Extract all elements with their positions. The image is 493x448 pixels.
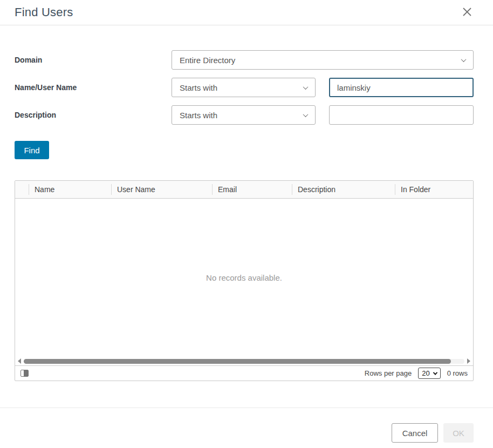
rows-per-page-label: Rows per page: [365, 369, 412, 377]
dialog-actions: Cancel OK: [0, 408, 493, 443]
rows-per-page-value: 20: [422, 369, 429, 377]
name-search-input[interactable]: [329, 78, 474, 97]
column-header-in-folder[interactable]: In Folder: [395, 181, 473, 198]
column-header-email[interactable]: Email: [212, 181, 292, 198]
description-operator-select[interactable]: Starts with: [172, 105, 316, 125]
domain-select[interactable]: Entire Directory: [172, 50, 474, 70]
column-header-user-name[interactable]: User Name: [111, 181, 212, 198]
page-title: Find Users: [15, 5, 73, 19]
chevron-down-icon: [433, 370, 437, 375]
dialog-header: Find Users: [0, 0, 493, 25]
scrollbar-track[interactable]: [24, 359, 464, 364]
scroll-left-icon[interactable]: [18, 358, 21, 364]
description-row: Description Starts with: [15, 105, 474, 125]
empty-placeholder: No records available.: [206, 273, 282, 282]
column-header-name[interactable]: Name: [29, 181, 111, 198]
description-search-input[interactable]: [329, 105, 474, 125]
description-label: Description: [15, 111, 172, 119]
results-datagrid: Name User Name Email Description In Fold…: [15, 180, 474, 381]
cancel-button[interactable]: Cancel: [392, 423, 438, 443]
name-row: Name/User Name Starts with: [15, 78, 474, 97]
domain-select-value: Entire Directory: [180, 56, 235, 65]
dialog-content: Domain Entire Directory Name/User Name S…: [0, 25, 493, 381]
datagrid-body: No records available.: [15, 199, 473, 357]
row-count: 0 rows: [447, 369, 468, 377]
chevron-down-icon: [303, 84, 309, 90]
scrollbar-thumb[interactable]: [24, 359, 451, 364]
close-icon: [462, 6, 473, 19]
name-operator-value: Starts with: [180, 83, 217, 92]
chevron-down-icon: [303, 112, 309, 117]
domain-row: Domain Entire Directory: [15, 50, 474, 70]
row-handle-column-header: [15, 181, 29, 198]
scroll-right-icon[interactable]: [467, 358, 470, 364]
horizontal-scrollbar[interactable]: [15, 357, 473, 365]
find-button[interactable]: Find: [15, 141, 49, 159]
domain-label: Domain: [15, 56, 172, 64]
name-label: Name/User Name: [15, 83, 172, 92]
datagrid-footer: Rows per page 20 0 rows: [15, 365, 473, 381]
column-toggle-icon[interactable]: [20, 370, 29, 377]
close-button[interactable]: [461, 6, 474, 19]
description-operator-value: Starts with: [180, 111, 217, 120]
column-header-description[interactable]: Description: [292, 181, 395, 198]
rows-per-page-select[interactable]: 20: [418, 368, 440, 379]
ok-button[interactable]: OK: [443, 423, 474, 443]
datagrid-header: Name User Name Email Description In Fold…: [15, 181, 473, 199]
name-operator-select[interactable]: Starts with: [172, 78, 316, 97]
find-users-dialog: Find Users Domain Entire Directory Na: [0, 0, 493, 443]
chevron-down-icon: [461, 57, 467, 62]
